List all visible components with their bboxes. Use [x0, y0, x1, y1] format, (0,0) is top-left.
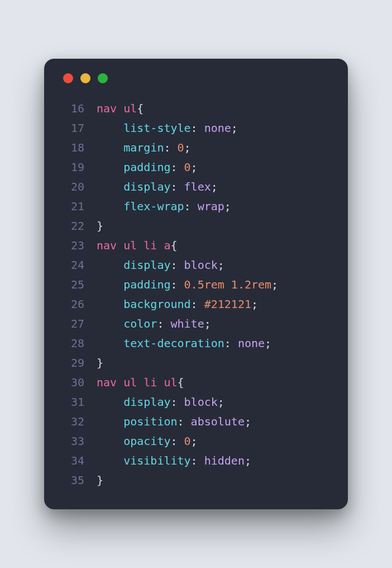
code-line: 22}	[59, 216, 333, 236]
code-token: nav	[97, 239, 117, 252]
code-line: 18 margin: 0;	[59, 138, 333, 158]
code-token: wrap	[198, 200, 224, 213]
code-token: #212121	[204, 297, 251, 311]
code-line: 16nav ul{	[59, 99, 333, 119]
code-token: ul	[123, 102, 137, 115]
code-line: 25 padding: 0.5rem 1.2rem;	[59, 275, 333, 295]
line-number: 18	[59, 138, 84, 158]
code-token: ;	[251, 297, 258, 311]
code-token: ;	[218, 395, 224, 409]
code-line: 24 display: block;	[59, 255, 333, 275]
code-token: visibility	[123, 454, 190, 467]
code-token: :	[170, 160, 184, 174]
code-token: }	[97, 219, 103, 233]
code-token: ;	[191, 160, 198, 174]
line-content: color: white;	[97, 314, 211, 334]
code-token: list-style	[123, 121, 190, 135]
code-token: 0	[184, 160, 191, 174]
line-content: padding: 0;	[97, 158, 198, 177]
code-line: 26 background: #212121;	[59, 295, 333, 314]
code-token: :	[157, 317, 170, 330]
code-token: li	[144, 376, 157, 389]
code-token: }	[97, 356, 103, 370]
code-token: block	[184, 258, 218, 272]
code-line: 33 opacity: 0;	[59, 432, 333, 451]
code-token: margin	[123, 141, 164, 154]
line-content: display: flex;	[97, 177, 218, 197]
code-token: ;	[191, 434, 198, 448]
code-line: 23nav ul li a{	[59, 236, 333, 255]
code-line: 17 list-style: none;	[59, 119, 333, 138]
code-token: hidden	[204, 454, 245, 467]
code-line: 21 flex-wrap: wrap;	[59, 197, 333, 216]
code-token: background	[123, 297, 190, 311]
code-token: ;	[204, 317, 211, 330]
line-number: 31	[59, 392, 84, 412]
code-token: white	[170, 317, 204, 330]
line-content: position: absolute;	[97, 412, 251, 432]
code-token: 0	[184, 434, 191, 448]
code-token: ;	[184, 141, 191, 154]
line-content: display: block;	[97, 255, 224, 275]
code-line: 19 padding: 0;	[59, 158, 333, 177]
line-content: nav ul{	[97, 99, 144, 119]
code-token: ul	[164, 376, 177, 389]
line-number: 20	[59, 177, 84, 197]
line-number: 17	[59, 119, 84, 138]
code-token: nav	[97, 376, 117, 389]
code-token: :	[184, 200, 198, 213]
line-number: 21	[59, 197, 84, 216]
code-token: color	[123, 317, 157, 330]
code-token: display	[123, 395, 170, 409]
close-icon[interactable]	[63, 73, 73, 83]
code-token: ;	[224, 200, 231, 213]
code-token: ;	[218, 258, 224, 272]
code-line: 20 display: flex;	[59, 177, 333, 197]
line-content: text-decoration: none;	[97, 334, 271, 353]
code-token: ;	[231, 121, 238, 135]
code-line: 27 color: white;	[59, 314, 333, 334]
code-token: none	[204, 121, 231, 135]
line-content: list-style: none;	[97, 119, 238, 138]
line-number: 27	[59, 314, 84, 334]
code-token: :	[170, 395, 184, 409]
code-token: none	[238, 337, 265, 350]
code-token: ;	[211, 180, 218, 193]
code-token	[117, 376, 123, 389]
line-content: display: block;	[97, 392, 224, 412]
code-token: block	[184, 395, 218, 409]
code-token: :	[224, 337, 238, 350]
minimize-icon[interactable]	[80, 73, 90, 83]
line-number: 26	[59, 295, 84, 314]
code-token: ;	[245, 454, 251, 467]
code-line: 35}	[59, 471, 333, 490]
code-token: :	[170, 180, 184, 193]
code-token: :	[170, 434, 184, 448]
code-line: 31 display: block;	[59, 392, 333, 412]
line-number: 34	[59, 451, 84, 471]
line-number: 25	[59, 275, 84, 295]
code-token	[157, 239, 164, 252]
code-token: }	[97, 474, 103, 487]
code-token	[224, 278, 231, 291]
line-content: background: #212121;	[97, 295, 258, 314]
code-token: :	[178, 415, 191, 428]
line-content: nav ul li ul{	[97, 373, 184, 392]
code-line: 34 visibility: hidden;	[59, 451, 333, 471]
code-token: ul	[123, 239, 137, 252]
line-content: padding: 0.5rem 1.2rem;	[97, 275, 278, 295]
code-line: 32 position: absolute;	[59, 412, 333, 432]
code-token: nav	[97, 102, 117, 115]
code-token: :	[170, 278, 184, 291]
code-token: {	[137, 102, 144, 115]
line-number: 32	[59, 412, 84, 432]
code-token: :	[191, 297, 204, 311]
code-window: 16nav ul{17 list-style: none;18 margin: …	[44, 59, 348, 509]
code-token: display	[123, 258, 170, 272]
code-token: :	[191, 454, 204, 467]
zoom-icon[interactable]	[98, 73, 108, 83]
code-token	[157, 376, 164, 389]
code-token: ;	[265, 337, 271, 350]
code-token: :	[170, 258, 184, 272]
code-editor[interactable]: 16nav ul{17 list-style: none;18 margin: …	[59, 99, 333, 490]
